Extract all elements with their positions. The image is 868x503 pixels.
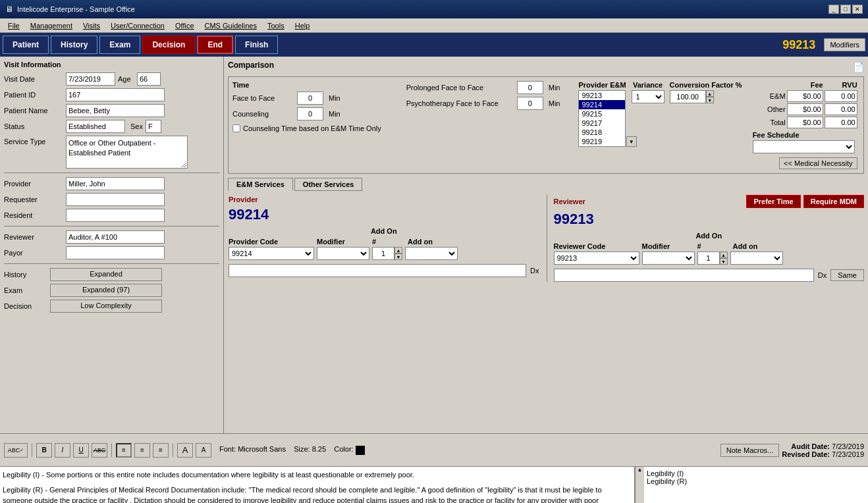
underline-button[interactable]: U [73, 443, 89, 458]
sex-input[interactable] [146, 120, 161, 133]
prolonged-input[interactable] [517, 81, 543, 94]
align-right-button[interactable]: ≡ [153, 443, 169, 458]
strikethrough-button[interactable]: ABC [92, 443, 107, 458]
requester-input[interactable] [66, 193, 165, 206]
bold-button[interactable]: B [36, 443, 52, 458]
patient-id-input[interactable] [66, 88, 165, 101]
audit-info: Audit Date: 7/23/2019 Revised Date: 7/23… [782, 442, 864, 458]
provider-num-down[interactable]: ▼ [394, 253, 402, 260]
other-fee-input[interactable] [787, 103, 823, 115]
conversion-down[interactable]: ▼ [706, 97, 714, 103]
modifiers-button[interactable]: Modifiers [824, 38, 865, 51]
provider-code-select[interactable]: 99214 [229, 247, 314, 260]
size-value: 8.25 [312, 445, 326, 453]
em-rvu-input[interactable] [825, 90, 857, 102]
provider-section: Provider 99214 Add On Provider Code Modi… [228, 195, 540, 282]
reviewer-code-select[interactable]: 99213 [554, 252, 639, 265]
nav-end-button[interactable]: End [197, 36, 233, 54]
conversion-input[interactable] [670, 90, 706, 103]
provider-code-col-header: Provider Code [229, 238, 314, 246]
nav-finish-button[interactable]: Finish [235, 36, 278, 54]
provider-modifier-select[interactable] [317, 247, 369, 260]
variance-select[interactable]: 123 [632, 90, 665, 103]
provider-dx-input[interactable] [229, 264, 526, 277]
other-rvu-input[interactable] [825, 103, 857, 115]
pem-99214-selected[interactable]: 99214 [579, 100, 625, 109]
age-input[interactable] [137, 72, 161, 86]
reviewer-addon-select[interactable] [730, 252, 783, 265]
tab-other-services[interactable]: Other Services [294, 178, 363, 191]
nav-exam-button[interactable]: Exam [99, 36, 140, 54]
prefer-time-button[interactable]: Prefer Time [746, 195, 800, 208]
conversion-up[interactable]: ▲ [706, 90, 714, 97]
require-mdm-button[interactable]: Require MDM [803, 195, 864, 208]
provider-input[interactable] [66, 177, 165, 190]
provider-section-title: Provider [229, 196, 539, 203]
italic-button[interactable]: I [55, 443, 70, 458]
nav-history-button[interactable]: History [51, 36, 97, 54]
maximize-button[interactable]: □ [840, 5, 851, 14]
menu-user-connection[interactable]: User/Connection [105, 20, 170, 31]
medical-necessity-button[interactable]: << Medical Necessity [779, 157, 857, 169]
visit-date-input[interactable] [66, 72, 115, 86]
patient-name-input[interactable] [66, 104, 165, 117]
left-panel: Visit Information Visit Date Age Patient… [0, 57, 224, 433]
align-left-button[interactable]: ≡ [116, 443, 132, 458]
pem-99215[interactable]: 99215 [579, 109, 625, 119]
provider-num-up[interactable]: ▲ [394, 247, 402, 253]
reviewer-num-down[interactable]: ▼ [720, 258, 728, 265]
psychotherapy-input[interactable] [517, 97, 543, 110]
em-fee-input[interactable] [787, 90, 823, 102]
menu-cms[interactable]: CMS Guidelines [200, 20, 262, 31]
menu-file[interactable]: File [3, 20, 25, 31]
pem-99213[interactable]: 99213 [579, 91, 625, 100]
pem-99218[interactable]: 99218 [579, 128, 625, 137]
reviewer-label-field: Reviewer [4, 233, 63, 241]
pem-99219[interactable]: 99219 [579, 137, 625, 146]
font-size-button[interactable]: A [196, 443, 211, 458]
font-a-button[interactable]: A [177, 443, 193, 458]
status-input[interactable] [66, 120, 125, 133]
reviewer-section: Reviewer Prefer Time Require MDM 99213 A… [554, 195, 865, 282]
face-to-face-input[interactable] [297, 92, 323, 105]
counseling-checkbox[interactable] [232, 124, 240, 132]
payor-input[interactable] [66, 246, 165, 259]
note-macros-button[interactable]: Note Macros... [720, 444, 780, 457]
counseling-checkbox-label[interactable]: Counseling Time based on E&M Time Only [232, 124, 381, 132]
minimize-button[interactable]: _ [828, 5, 839, 14]
total-rvu-input[interactable] [825, 117, 857, 128]
reviewer-input[interactable] [66, 230, 165, 244]
menu-help[interactable]: Help [290, 20, 315, 31]
close-button[interactable]: ✕ [852, 5, 863, 14]
audit-date-label: Audit Date: [791, 442, 830, 450]
provider-code-display: 99214 [229, 206, 539, 223]
scroll-up-btn[interactable]: ▲ [636, 467, 644, 473]
service-type-input[interactable]: Office or Other Outpatient - Established… [66, 136, 188, 169]
reviewer-num-up[interactable]: ▲ [720, 252, 728, 258]
pem-scroll-down[interactable]: ▼ [626, 136, 637, 147]
resident-input[interactable] [66, 209, 165, 222]
same-button[interactable]: Same [830, 269, 864, 281]
counseling-input[interactable] [297, 107, 323, 120]
spellcheck-button[interactable]: ABC✓ [4, 443, 28, 458]
total-fee-input[interactable] [787, 117, 823, 128]
menu-office[interactable]: Office [170, 20, 200, 31]
note-sidebar: Legibility (I) Legibility (R) [644, 467, 868, 503]
nav-decision-button[interactable]: Decision [142, 36, 195, 54]
nav-patient-button[interactable]: Patient [3, 36, 49, 54]
fee-schedule-select[interactable] [753, 140, 855, 153]
provider-addon-select[interactable] [405, 247, 458, 260]
reviewer-modifier-select[interactable] [642, 252, 695, 265]
prolonged-unit: Min [549, 84, 560, 92]
align-center-button[interactable]: ≡ [134, 443, 150, 458]
tab-em-services[interactable]: E&M Services [228, 178, 293, 191]
menu-management[interactable]: Management [25, 20, 78, 31]
reviewer-num-input[interactable] [697, 252, 720, 265]
pem-99217[interactable]: 99217 [579, 119, 625, 128]
provider-num-input[interactable] [372, 247, 394, 260]
menu-visits[interactable]: Visits [78, 20, 105, 31]
menu-tools[interactable]: Tools [262, 20, 290, 31]
provider-em-list[interactable]: 99213 99214 99215 99217 99218 99219 [578, 90, 626, 147]
reviewer-dx-input[interactable] [554, 269, 814, 282]
note-scrollbar[interactable]: ▲ ▼ [635, 467, 644, 503]
